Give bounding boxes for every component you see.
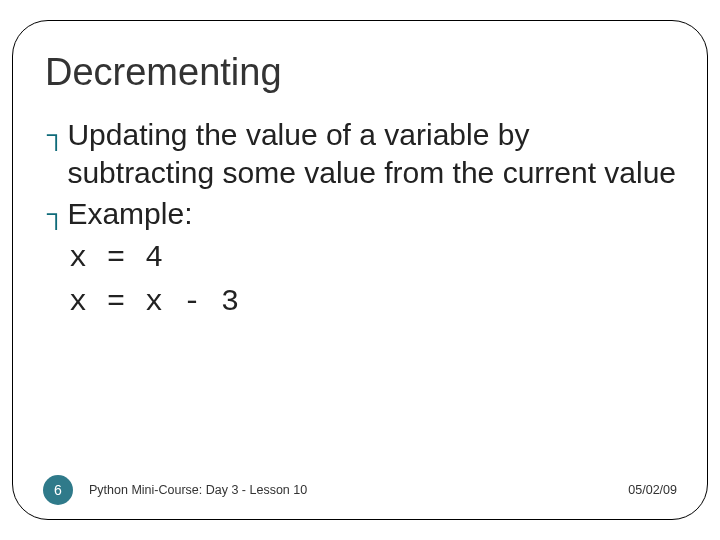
slide-frame: Decrementing ┐ Updating the value of a v… [12,20,708,520]
bullet-glyph-icon: ┐ [47,195,65,231]
bullet-glyph-icon: ┐ [47,116,65,152]
code-block: x = 4 x = x - 3 [69,237,679,324]
bullet-item: ┐ Updating the value of a variable by su… [47,116,679,193]
course-label: Python Mini-Course: Day 3 - Lesson 10 [89,483,307,497]
code-line: x = 4 [69,237,679,281]
bullet-item: ┐ Example: [47,195,679,233]
bullet-list: ┐ Updating the value of a variable by su… [47,116,679,233]
page-number-badge: 6 [43,475,73,505]
slide-footer: 6 Python Mini-Course: Day 3 - Lesson 10 … [13,475,707,505]
bullet-text: Updating the value of a variable by subt… [67,116,679,193]
bullet-text: Example: [67,195,679,233]
slide-title: Decrementing [45,51,679,94]
code-line: x = x - 3 [69,281,679,325]
date-label: 05/02/09 [628,483,677,497]
page-number: 6 [54,482,62,498]
